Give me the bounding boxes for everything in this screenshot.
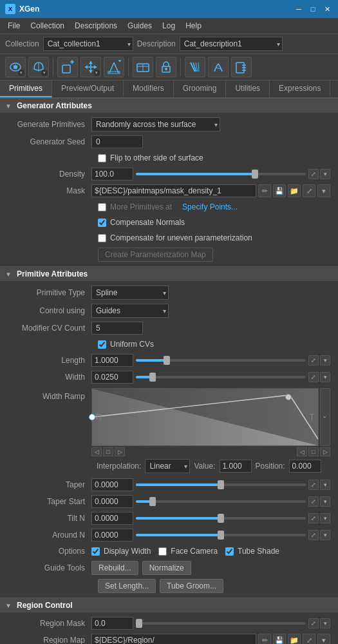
tube-shade-checkbox-row[interactable]: Tube Shade [225,545,279,557]
create-param-btn[interactable]: Create Parameterization Map [98,248,213,262]
control-using-select[interactable]: Guides [91,304,169,318]
tilt-n-slider-thumb[interactable] [218,514,224,523]
tilt-n-slider[interactable] [136,517,306,520]
guide-btn[interactable] [104,57,124,77]
uniform-cvs-checkbox[interactable] [98,340,106,349]
menu-guides[interactable]: Guides [122,19,157,32]
region-map-folder-btn[interactable]: 📁 [288,634,301,644]
region-mask-menu-btn[interactable]: ▾ [320,618,330,629]
ramp-icon-1[interactable]: ◁ [91,447,102,456]
tilt-n-menu-btn[interactable]: ▾ [320,513,330,523]
region-map-input[interactable] [91,634,256,644]
menu-log[interactable]: Log [157,19,180,32]
menu-descriptions[interactable]: Descriptions [70,19,122,32]
tube-shade-checkbox[interactable] [225,547,234,556]
rebuild-btn[interactable]: Rebuild... [91,561,138,575]
view-btn[interactable] [133,57,153,77]
flip-checkbox[interactable] [98,154,106,162]
comp-normals-checkbox[interactable] [98,219,106,227]
ramp-icon-5[interactable]: □ [308,447,319,456]
taper-slider[interactable] [136,483,306,486]
uniform-cvs-checkbox-row[interactable]: Uniform CVs [98,338,154,350]
comp-uneven-checkbox-row[interactable]: Compensate for uneven parameterization [98,232,252,244]
mask-save-btn[interactable]: 💾 [273,184,286,197]
region-map-save-btn[interactable]: 💾 [273,634,286,644]
width-expand-btn[interactable]: ⤢ [308,372,319,382]
region-map-expand-btn[interactable]: ⤢ [303,634,315,644]
groom-btn[interactable] [208,57,229,77]
face-camera-checkbox-row[interactable]: Face Camera [158,545,218,557]
density-slider[interactable] [136,173,306,175]
around-n-slider-thumb[interactable] [218,531,224,540]
set-length-btn[interactable]: Set Length... [98,579,156,593]
mask-folder-btn[interactable]: 📁 [288,184,301,197]
density-menu-btn[interactable]: ▾ [320,169,330,179]
ramp-icon-6[interactable]: ▷ [320,447,330,456]
mask-edit-btn[interactable]: ✏ [258,184,271,197]
mask-expand-btn[interactable]: ⤢ [303,184,315,197]
tab-primitives[interactable]: Primitives [0,81,52,97]
tab-preview[interactable]: Preview/Output [52,81,124,97]
primitive-attributes-header[interactable]: ▼ Primitive Attributes [0,266,338,281]
taper-start-input[interactable] [91,495,133,508]
more-prim-checkbox-row[interactable]: More Primitives at [98,201,172,213]
generate-primitives-select[interactable]: Randomly across the surface [91,117,220,132]
taper-input[interactable] [91,478,133,491]
length-slider[interactable] [136,359,306,362]
generator-attributes-header[interactable]: ▼ Generator Attributes [0,98,338,113]
density-input[interactable] [91,168,133,181]
ramp-value-input[interactable] [220,460,252,473]
comp-normals-checkbox-row[interactable]: Compensate Normals [98,217,185,228]
titlebar-controls[interactable]: ─ □ ✕ [293,3,333,15]
width-slider-thumb[interactable] [149,373,156,382]
control-using-wrap[interactable]: Guides [91,304,169,318]
ramp-interp-select[interactable]: Linear [145,459,190,473]
comp-uneven-checkbox[interactable] [98,234,106,242]
around-n-menu-btn[interactable]: ▾ [320,530,330,540]
region-map-edit-btn[interactable]: ✏ [258,634,271,644]
region-mask-slider[interactable] [136,622,306,625]
comb-btn[interactable] [185,57,205,77]
length-input[interactable] [91,354,133,367]
mask-input[interactable] [91,184,256,197]
tilt-n-input[interactable] [91,512,133,525]
flip-checkbox-row[interactable]: Flip to other side of surface [98,152,203,164]
taper-expand-btn[interactable]: ⤢ [308,480,319,490]
display-width-checkbox[interactable] [91,547,100,556]
close-button[interactable]: ✕ [321,3,333,15]
ramp-icon-4[interactable]: ◁ [297,447,307,456]
taper-slider-thumb[interactable] [218,480,224,489]
eye-icon-btn[interactable]: ▾ [5,57,26,77]
width-ramp-canvas[interactable]: R T [91,388,319,446]
face-camera-checkbox[interactable] [158,547,167,556]
display-width-checkbox-row[interactable]: Display Width [91,545,151,557]
ramp-position-input[interactable] [289,460,321,473]
menu-collection[interactable]: Collection [25,19,70,32]
menu-file[interactable]: File [3,19,25,32]
taper-start-slider-thumb[interactable] [149,497,156,506]
taper-start-slider[interactable] [136,500,306,503]
mask-menu-btn[interactable]: ▾ [317,184,330,197]
taper-start-menu-btn[interactable]: ▾ [320,496,330,507]
tab-utilities[interactable]: Utilities [226,81,270,97]
width-slider[interactable] [136,376,306,378]
more-prim-checkbox[interactable] [98,203,106,211]
minimize-button[interactable]: ─ [293,3,305,15]
ramp-icon-3[interactable]: ▷ [115,447,125,456]
menu-help[interactable]: Help [180,19,207,32]
normalize-btn[interactable]: Normalize [142,561,191,575]
move-btn[interactable]: ▾ ▾ [80,57,101,77]
density-slider-thumb[interactable] [252,170,258,179]
desc-select-wrap[interactable]: Cat_description1 [180,37,283,51]
generate-primitives-select-wrap[interactable]: Randomly across the surface [91,117,220,132]
region-mask-input[interactable] [91,617,133,630]
tube-groom-btn[interactable]: Tube Groom... [160,579,223,593]
region-mask-expand-btn[interactable]: ⤢ [308,618,319,629]
width-input[interactable] [91,371,133,384]
leaf-icon-btn[interactable]: ▾ [28,57,49,77]
length-slider-thumb[interactable] [164,356,170,365]
ramp-interp-select-wrap[interactable]: Linear [145,459,190,473]
ramp-point-left[interactable] [89,414,95,420]
ramp-icon-2[interactable]: □ [103,447,113,456]
region-control-header[interactable]: ▼ Region Control [0,598,338,612]
